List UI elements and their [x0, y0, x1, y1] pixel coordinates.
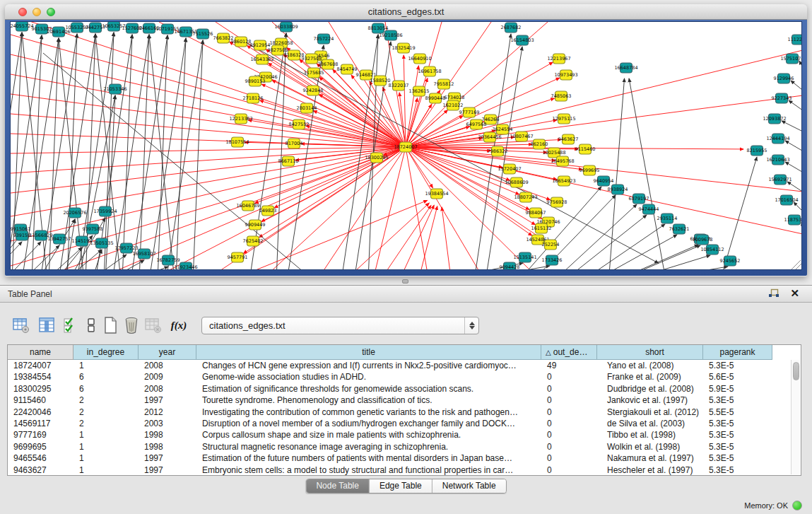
graph-edge[interactable] — [616, 245, 698, 270]
graph-node[interactable]: 19218586 — [379, 30, 402, 40]
table-row[interactable]: 977716911998Corpus callosum shape and si… — [8, 429, 801, 440]
graph-node[interactable]: 7485063 — [551, 91, 572, 101]
graph-node[interactable]: 9756928 — [547, 197, 567, 207]
graph-node[interactable]: 9115460 — [575, 144, 596, 154]
cell-year[interactable]: 1997 — [139, 452, 196, 464]
graph-edge[interactable] — [139, 35, 149, 270]
cell-out_degree[interactable]: 0 — [541, 452, 597, 464]
graph-node[interactable]: 9094428 — [500, 262, 520, 270]
graph-node[interactable]: 12213967 — [547, 54, 570, 64]
graph-node[interactable]: 12444194 — [766, 134, 789, 144]
scrollbar-thumb[interactable] — [793, 362, 799, 380]
cell-in_degree[interactable]: 1 — [73, 441, 139, 452]
graph-node[interactable]: 939159 — [13, 230, 31, 240]
graph-node[interactable]: 9242848 — [303, 86, 324, 95]
graph-edge[interactable] — [378, 205, 431, 270]
cell-in_degree[interactable]: 2 — [73, 407, 139, 418]
cell-name[interactable]: 22420046 — [8, 407, 73, 418]
graph-node[interactable]: 1145194 — [72, 236, 93, 246]
cell-name[interactable]: 18300295 — [8, 383, 73, 395]
graph-node[interactable]: 1362615 — [409, 86, 430, 96]
cell-out_degree[interactable]: 0 — [541, 407, 597, 418]
graph-node[interactable]: 1621022 — [443, 100, 464, 110]
cell-out_degree[interactable]: 0 — [541, 465, 597, 476]
graph-node[interactable]: 16046789 — [236, 201, 259, 211]
graph-edge[interactable] — [801, 222, 802, 234]
cell-pagerank[interactable]: 5.9E-5 — [703, 383, 772, 395]
graph-node[interactable]: 1588520 — [370, 76, 391, 86]
graph-node[interactable]: 9777169 — [459, 107, 480, 117]
split-pane-handle[interactable] — [402, 279, 408, 284]
table-row[interactable]: 1456911722003Disruption of a novel membe… — [8, 418, 801, 429]
graph-node[interactable]: 7515526 — [193, 29, 213, 39]
graph-edge[interactable] — [158, 35, 167, 270]
graph-node[interactable]: 1112254 — [788, 35, 802, 45]
cell-in_degree[interactable]: 1 — [73, 465, 139, 476]
cell-out_degree[interactable]: 0 — [541, 429, 597, 440]
graph-node[interactable]: 8938924 — [608, 185, 628, 194]
table-row[interactable]: 2242004622012Investigating the contribut… — [8, 407, 801, 418]
graph-edge[interactable] — [794, 202, 802, 214]
cell-year[interactable]: 1997 — [139, 395, 196, 406]
graph-node[interactable]: 11923446 — [174, 262, 197, 270]
cell-name[interactable]: 9699695 — [8, 441, 73, 452]
graph-node[interactable]: 1187534 — [784, 215, 802, 225]
cell-name[interactable]: 14569117 — [8, 418, 73, 429]
close-panel-icon[interactable]: ✕ — [790, 287, 799, 300]
graph-edge[interactable] — [406, 95, 802, 147]
graph-node[interactable]: 6879197 — [629, 194, 649, 204]
graph-node[interactable]: 817004 — [286, 139, 303, 148]
window-titlebar[interactable]: citations_edges.txt — [5, 4, 807, 20]
graph-edge[interactable] — [594, 235, 677, 270]
cell-name[interactable]: 9463627 — [8, 465, 73, 476]
table-row[interactable]: 946554611997Estimation of the future num… — [8, 452, 801, 464]
graph-edge[interactable] — [608, 78, 625, 270]
table-row[interactable]: 946362711997Embryonic stem cells: a mode… — [8, 465, 801, 476]
graph-node[interactable]: 9463627 — [558, 134, 579, 144]
network-canvas[interactable]: 7663822986012818226058891295498275058186… — [10, 21, 802, 270]
graph-node[interactable]: 8215955 — [747, 146, 767, 156]
graph-edge[interactable] — [92, 250, 102, 270]
cell-pagerank[interactable]: 5.3E-5 — [703, 360, 772, 371]
graph-edge[interactable] — [785, 141, 802, 153]
graph-edge[interactable] — [418, 206, 437, 270]
column-header-out_degree[interactable]: △out_de… — [541, 345, 597, 360]
cell-title[interactable]: Investigating the contribution of common… — [196, 407, 541, 418]
row-options-button[interactable] — [81, 315, 101, 335]
graph-node[interactable]: 16648784 — [614, 63, 637, 73]
cell-name[interactable]: 9115460 — [8, 395, 73, 406]
column-header-short[interactable]: short — [597, 345, 703, 360]
graph-edge[interactable] — [782, 121, 802, 133]
graph-edge[interactable] — [11, 147, 406, 153]
graph-node[interactable]: 16154803 — [510, 35, 534, 45]
graph-node[interactable]: 16640910 — [408, 54, 431, 64]
graph-node[interactable]: 9474444 — [639, 204, 659, 214]
graph-node[interactable]: 15135141 — [513, 252, 536, 262]
cell-year[interactable]: 1997 — [139, 465, 196, 476]
cell-year[interactable]: 2009 — [139, 371, 196, 382]
cell-year[interactable]: 2008 — [139, 383, 196, 395]
cell-short[interactable]: Dudbridge et al. (2008) — [597, 383, 703, 395]
cell-short[interactable]: Wolkin et al. (1998) — [597, 441, 703, 452]
cell-short[interactable]: Yano et al. (2008) — [597, 360, 703, 371]
table-row[interactable]: 911546021997Tourette syndrome. Phenomeno… — [8, 395, 801, 406]
graph-node[interactable]: 2687682 — [501, 23, 522, 33]
cell-name[interactable]: 9777169 — [8, 429, 73, 440]
graph-node[interactable]: 12093872 — [763, 114, 786, 124]
cell-title[interactable]: Tourette syndrome. Phenomenology and cla… — [196, 395, 541, 406]
table-scrollbar[interactable] — [791, 360, 800, 474]
graph-node[interactable]: 10688609 — [505, 177, 528, 187]
show-columns-button[interactable] — [37, 315, 57, 335]
graph-node[interactable]: 252254 — [542, 240, 560, 250]
cell-title[interactable]: Corpus callosum shape and size in male p… — [196, 429, 541, 440]
cell-short[interactable]: Jankovic et al. (1997) — [597, 395, 703, 406]
graph-node[interactable]: 9245652 — [720, 256, 741, 266]
cell-title[interactable]: Structural magnetic resonance image aver… — [196, 441, 541, 452]
cell-short[interactable]: Nakamura et al. (1997) — [597, 452, 703, 464]
graph-edge[interactable] — [322, 147, 406, 270]
graph-node[interactable]: 20206576 — [63, 208, 86, 218]
graph-node[interactable]: 15720407 — [498, 164, 521, 174]
graph-edge[interactable] — [249, 33, 286, 270]
graph-edge[interactable] — [406, 66, 418, 147]
graph-node[interactable]: 9227343 — [772, 93, 792, 103]
